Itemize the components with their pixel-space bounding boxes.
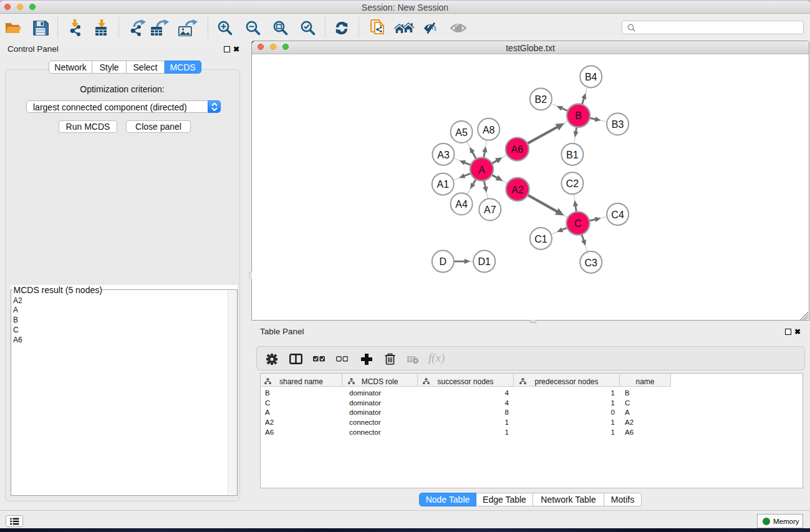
svg-text:C1: C1: [534, 234, 547, 244]
svg-text:A4: A4: [455, 199, 468, 210]
svg-text:B1: B1: [566, 150, 579, 160]
svg-text:D1: D1: [478, 256, 491, 267]
svg-text:A8: A8: [483, 125, 495, 135]
svg-text:D: D: [440, 256, 447, 267]
svg-text:C: C: [574, 218, 582, 229]
svg-text:A3: A3: [437, 150, 450, 160]
svg-text:A: A: [478, 165, 485, 175]
svg-text:A6: A6: [511, 144, 524, 155]
svg-text:B4: B4: [585, 72, 597, 82]
svg-text:A7: A7: [484, 205, 496, 215]
svg-text:A5: A5: [455, 127, 468, 138]
svg-text:C2: C2: [566, 178, 579, 189]
svg-text:C3: C3: [584, 258, 597, 268]
svg-text:B3: B3: [612, 119, 624, 130]
svg-text:B: B: [575, 110, 582, 121]
svg-text:A2: A2: [511, 185, 524, 195]
svg-text:B2: B2: [535, 94, 547, 105]
svg-text:A1: A1: [437, 179, 450, 190]
svg-text:C4: C4: [611, 210, 624, 220]
